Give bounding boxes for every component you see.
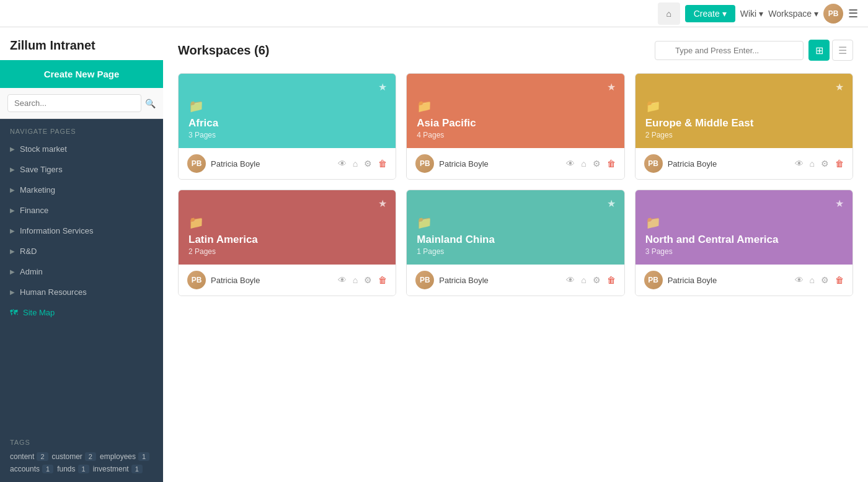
sidebar-item-admin[interactable]: ▶ Admin bbox=[0, 261, 163, 282]
sidebar-search-area: 🔍 bbox=[0, 88, 163, 119]
tag-accounts[interactable]: accounts 1 bbox=[10, 465, 53, 473]
grid-view-icon: ⊞ bbox=[815, 45, 823, 56]
tag-customer[interactable]: customer 2 bbox=[52, 452, 96, 461]
card-username: Patricia Boyle bbox=[668, 276, 717, 285]
card-user: PB Patricia Boyle bbox=[644, 154, 717, 173]
card-title[interactable]: Europe & Middle East bbox=[645, 117, 843, 129]
delete-action-icon[interactable]: 🗑 bbox=[378, 159, 387, 169]
sidebar-item-information-services[interactable]: ▶ Information Services bbox=[0, 221, 163, 241]
delete-action-icon[interactable]: 🗑 bbox=[835, 275, 844, 285]
top-navigation: ⌂ Create ▾ Wiki ▾ Workspace ▾ PB ☰ bbox=[0, 0, 868, 27]
sitemap-icon: 🗺 bbox=[10, 308, 18, 317]
home-action-icon[interactable]: ⌂ bbox=[353, 275, 358, 285]
workspace-card-africa: ★ 📁 Africa 3 Pages PB Patricia Boyle 👁 ⌂ bbox=[178, 73, 396, 180]
user-avatar[interactable]: PB bbox=[823, 4, 843, 24]
sitemap-link[interactable]: 🗺 Site Map bbox=[0, 302, 163, 323]
sidebar-item-marketing[interactable]: ▶ Marketing bbox=[0, 180, 163, 200]
search-input[interactable] bbox=[7, 94, 141, 112]
card-pages: 3 Pages bbox=[188, 131, 386, 139]
view-action-icon[interactable]: 👁 bbox=[795, 159, 804, 169]
list-view-button[interactable]: ☰ bbox=[832, 40, 853, 61]
card-top-africa: ★ 📁 Africa 3 Pages bbox=[179, 74, 396, 148]
wiki-arrow: ▾ bbox=[759, 9, 763, 19]
home-button[interactable]: ⌂ bbox=[658, 2, 680, 25]
card-user: PB Patricia Boyle bbox=[415, 154, 488, 173]
settings-action-icon[interactable]: ⚙ bbox=[593, 159, 601, 169]
card-actions: 👁 ⌂ ⚙ 🗑 bbox=[338, 275, 387, 285]
wiki-label: Wiki bbox=[740, 9, 756, 19]
settings-action-icon[interactable]: ⚙ bbox=[821, 275, 829, 285]
delete-action-icon[interactable]: 🗑 bbox=[607, 275, 616, 285]
star-icon[interactable]: ★ bbox=[607, 198, 616, 209]
card-title[interactable]: North and Central America bbox=[645, 234, 843, 246]
card-bottom-africa: PB Patricia Boyle 👁 ⌂ ⚙ 🗑 bbox=[179, 148, 396, 179]
sidebar-item-label: R&D bbox=[20, 247, 37, 256]
star-icon[interactable]: ★ bbox=[835, 198, 844, 209]
sidebar-item-label: Information Services bbox=[20, 226, 94, 235]
settings-action-icon[interactable]: ⚙ bbox=[593, 275, 601, 285]
home-action-icon[interactable]: ⌂ bbox=[353, 159, 358, 169]
grid-view-button[interactable]: ⊞ bbox=[808, 40, 830, 61]
tag-content[interactable]: content 2 bbox=[10, 452, 48, 461]
home-action-icon[interactable]: ⌂ bbox=[581, 275, 586, 285]
sidebar-item-rnd[interactable]: ▶ R&D bbox=[0, 241, 163, 261]
workspaces-controls: 🔍 ⊞ ☰ bbox=[655, 40, 853, 61]
card-bottom-mainland: PB Patricia Boyle 👁 ⌂ ⚙ 🗑 bbox=[407, 265, 624, 296]
view-action-icon[interactable]: 👁 bbox=[338, 275, 347, 285]
star-icon[interactable]: ★ bbox=[378, 81, 387, 93]
hamburger-menu-icon[interactable]: ☰ bbox=[848, 7, 858, 20]
workspace-menu[interactable]: Workspace ▾ bbox=[768, 9, 818, 19]
tag-label: customer bbox=[52, 452, 82, 461]
folder-icon: 📁 bbox=[417, 215, 614, 230]
delete-action-icon[interactable]: 🗑 bbox=[378, 275, 387, 285]
folder-icon: 📁 bbox=[188, 215, 386, 230]
wiki-menu[interactable]: Wiki ▾ bbox=[740, 9, 763, 19]
list-view-icon: ☰ bbox=[838, 45, 847, 56]
view-action-icon[interactable]: 👁 bbox=[338, 159, 347, 169]
home-action-icon[interactable]: ⌂ bbox=[810, 159, 815, 169]
settings-action-icon[interactable]: ⚙ bbox=[364, 275, 372, 285]
home-action-icon[interactable]: ⌂ bbox=[581, 159, 586, 169]
tag-funds[interactable]: funds 1 bbox=[57, 465, 89, 473]
card-title[interactable]: Africa bbox=[188, 117, 386, 129]
star-icon[interactable]: ★ bbox=[835, 81, 844, 93]
delete-action-icon[interactable]: 🗑 bbox=[607, 159, 616, 169]
sidebar-item-finance[interactable]: ▶ Finance bbox=[0, 200, 163, 221]
arrow-icon: ▶ bbox=[10, 248, 15, 255]
star-icon[interactable]: ★ bbox=[378, 198, 387, 209]
view-toggle: ⊞ ☰ bbox=[808, 40, 853, 61]
view-action-icon[interactable]: 👁 bbox=[566, 275, 575, 285]
tag-employees[interactable]: employees 1 bbox=[100, 452, 149, 461]
workspaces-grid: ★ 📁 Africa 3 Pages PB Patricia Boyle 👁 ⌂ bbox=[178, 73, 853, 296]
workspace-search-input[interactable] bbox=[655, 41, 804, 60]
view-action-icon[interactable]: 👁 bbox=[566, 159, 575, 169]
home-action-icon[interactable]: ⌂ bbox=[810, 275, 815, 285]
arrow-icon: ▶ bbox=[10, 289, 15, 296]
workspace-card-latin-america: ★ 📁 Latin America 2 Pages PB Patricia Bo… bbox=[178, 190, 396, 296]
sidebar-item-save-tigers[interactable]: ▶ Save Tigers bbox=[0, 159, 163, 180]
settings-action-icon[interactable]: ⚙ bbox=[364, 159, 372, 169]
card-pages: 3 Pages bbox=[645, 247, 843, 256]
workspace-card-europe: ★ 📁 Europe & Middle East 2 Pages PB Patr… bbox=[635, 73, 853, 180]
arrow-icon: ▶ bbox=[10, 186, 15, 193]
card-title[interactable]: Latin America bbox=[188, 234, 386, 246]
tag-count: 2 bbox=[37, 452, 48, 461]
sidebar-item-human-resources[interactable]: ▶ Human Resources bbox=[0, 282, 163, 302]
card-title[interactable]: Mainland China bbox=[417, 234, 614, 246]
tag-investment[interactable]: investment 1 bbox=[93, 465, 143, 473]
view-action-icon[interactable]: 👁 bbox=[795, 275, 804, 285]
workspace-card-asia-pacific: ★ 📁 Asia Pacific 4 Pages PB Patricia Boy… bbox=[406, 73, 624, 180]
folder-icon: 📁 bbox=[188, 99, 386, 113]
star-icon[interactable]: ★ bbox=[607, 81, 616, 93]
card-user: PB Patricia Boyle bbox=[187, 271, 260, 289]
main-layout: Zillum Intranet Create New Page 🔍 NAVIGA… bbox=[0, 27, 868, 482]
card-title[interactable]: Asia Pacific bbox=[417, 117, 614, 129]
sidebar-item-stock-market[interactable]: ▶ Stock market bbox=[0, 139, 163, 159]
create-button[interactable]: Create ▾ bbox=[685, 5, 735, 22]
settings-action-icon[interactable]: ⚙ bbox=[821, 159, 829, 169]
create-label: Create bbox=[694, 9, 720, 19]
card-pages: 4 Pages bbox=[417, 131, 614, 139]
delete-action-icon[interactable]: 🗑 bbox=[835, 159, 844, 169]
tags-label: TAGS bbox=[10, 439, 153, 446]
create-new-page-button[interactable]: Create New Page bbox=[0, 60, 163, 88]
